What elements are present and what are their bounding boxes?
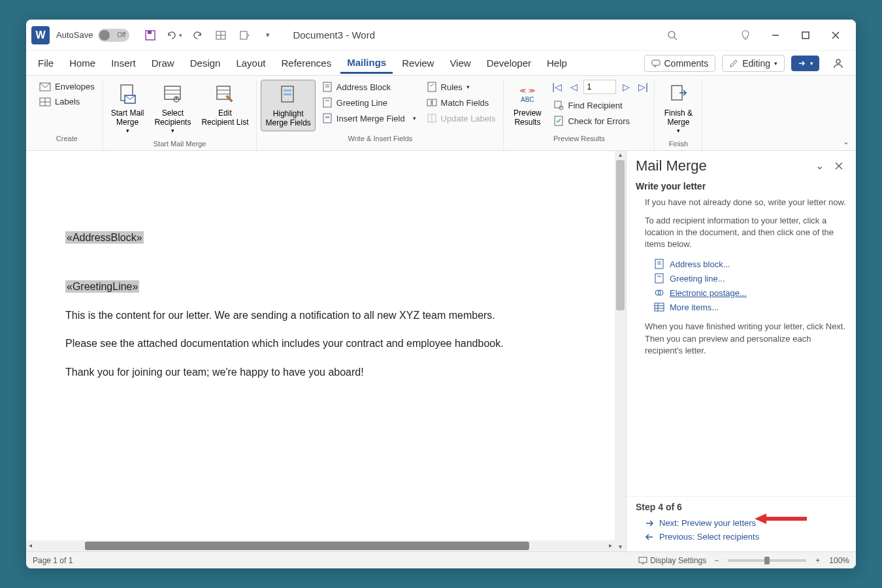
- zoom-out-button[interactable]: −: [714, 556, 719, 565]
- insert-field-icon: [322, 113, 333, 123]
- svg-rect-38: [325, 116, 329, 118]
- svg-rect-39: [428, 82, 436, 91]
- ribbon-tabs: File Home Insert Draw Design Layout Refe…: [26, 51, 856, 76]
- zoom-thumb[interactable]: [764, 557, 770, 564]
- record-number-input[interactable]: [583, 80, 616, 94]
- comments-label: Comments: [664, 58, 709, 69]
- scroll-down-icon[interactable]: ▾: [616, 543, 625, 551]
- tab-help[interactable]: Help: [540, 54, 574, 73]
- svg-text:ABC: ABC: [521, 96, 534, 103]
- tab-draw[interactable]: Draw: [145, 54, 181, 73]
- tab-insert[interactable]: Insert: [105, 54, 142, 73]
- svg-rect-31: [284, 93, 291, 95]
- comments-button[interactable]: Comments: [644, 55, 716, 72]
- table-view-button[interactable]: [210, 24, 232, 46]
- scroll-right-icon[interactable]: ▸: [606, 542, 615, 550]
- select-recipients-button[interactable]: Select Recipients▾: [150, 80, 195, 137]
- rules-button[interactable]: Rules ▾: [423, 80, 500, 94]
- tab-view[interactable]: View: [443, 54, 477, 73]
- page-status[interactable]: Page 1 of 1: [33, 556, 73, 565]
- pane-greeting-link-label: Greeting line...: [670, 274, 725, 284]
- pane-footer: Step 4 of 6 Next: Preview your letters P…: [627, 496, 856, 551]
- svg-point-6: [668, 31, 675, 38]
- scroll-left-icon[interactable]: ◂: [26, 542, 35, 550]
- search-button[interactable]: [657, 30, 687, 41]
- insert-merge-field-button[interactable]: Insert Merge Field ▾: [318, 111, 420, 125]
- share-button[interactable]: ▾: [791, 56, 819, 71]
- maximize-button[interactable]: [791, 20, 821, 51]
- save-button[interactable]: [139, 24, 161, 46]
- chevron-down-icon: ▾: [774, 60, 777, 67]
- redo-button[interactable]: [186, 24, 208, 46]
- highlight-merge-fields-button[interactable]: Highlight Merge Fields: [261, 80, 315, 131]
- tab-layout[interactable]: Layout: [229, 54, 272, 73]
- tab-home[interactable]: Home: [63, 54, 102, 73]
- next-step-link[interactable]: Next: Preview your letters: [636, 516, 847, 530]
- last-record-button[interactable]: ▷|: [636, 80, 650, 94]
- group-finish-label: Finish: [669, 140, 688, 148]
- horizontal-scrollbar[interactable]: ◂ ▸: [26, 540, 615, 551]
- scroll-up-icon[interactable]: ▴: [616, 151, 625, 159]
- start-mail-merge-button[interactable]: Start Mail Merge▾: [107, 80, 148, 137]
- pane-close-button[interactable]: [831, 158, 847, 174]
- paragraph-1[interactable]: This is the content for our letter. We a…: [65, 307, 587, 324]
- finish-merge-button[interactable]: Finish & Merge▾: [659, 80, 698, 137]
- prev-record-button[interactable]: ◁: [566, 80, 581, 94]
- check-errors-button[interactable]: Check for Errors: [549, 114, 650, 128]
- scroll-thumb[interactable]: [616, 160, 625, 310]
- first-record-button[interactable]: |◁: [549, 80, 564, 94]
- svg-marker-67: [755, 514, 766, 524]
- zoom-in-button[interactable]: +: [815, 556, 820, 565]
- greeting-line-button[interactable]: Greeting Line: [318, 95, 420, 110]
- pane-dropdown-button[interactable]: ⌄: [811, 158, 827, 174]
- collapse-ribbon-button[interactable]: ⌄: [843, 137, 849, 146]
- tab-review[interactable]: Review: [395, 54, 440, 73]
- pane-postage-link[interactable]: Electronic postage...: [636, 286, 847, 300]
- close-button[interactable]: [821, 20, 851, 51]
- svg-rect-61: [655, 303, 664, 311]
- match-fields-button[interactable]: Match Fields: [423, 95, 500, 110]
- labels-button[interactable]: Labels: [35, 95, 99, 108]
- paragraph-2[interactable]: Please see the attached documentation wh…: [65, 335, 587, 352]
- find-recipient-button[interactable]: Find Recipient: [549, 98, 650, 112]
- zoom-slider[interactable]: [728, 559, 806, 562]
- previous-step-link[interactable]: Previous: Select recipients: [636, 530, 847, 544]
- edit-recipient-list-button[interactable]: Edit Recipient List: [197, 80, 252, 130]
- insert-merge-label: Insert Merge Field: [336, 114, 405, 123]
- tab-references[interactable]: References: [274, 54, 338, 73]
- undo-button[interactable]: ▾: [163, 24, 185, 46]
- vertical-scrollbar[interactable]: ▴ ▾: [615, 151, 626, 551]
- tell-me-button[interactable]: [730, 30, 760, 41]
- zoom-level[interactable]: 100%: [829, 556, 849, 565]
- envelopes-button[interactable]: Envelopes: [35, 80, 99, 93]
- pane-greeting-line-link[interactable]: Greeting line...: [636, 271, 847, 286]
- svg-rect-1: [148, 31, 152, 34]
- quick-print-button[interactable]: [233, 24, 255, 46]
- merge-field-greeting-line[interactable]: «GreetingLine»: [65, 280, 139, 293]
- rules-label: Rules: [441, 82, 463, 92]
- pane-title: Mail Merge: [636, 157, 808, 174]
- tab-mailings[interactable]: Mailings: [340, 53, 393, 74]
- display-settings-button[interactable]: Display Settings: [638, 556, 706, 565]
- edit-list-label: Edit Recipient List: [201, 108, 248, 127]
- tab-design[interactable]: Design: [184, 54, 227, 73]
- autosave-toggle[interactable]: Off: [98, 29, 129, 42]
- pane-more-items-link[interactable]: More items...: [636, 300, 847, 314]
- paragraph-3[interactable]: Thank you for joining our team; we're ha…: [65, 364, 587, 381]
- arrow-left-icon: [645, 532, 654, 542]
- qat-customize-button[interactable]: ▾: [257, 24, 279, 46]
- ribbon: Envelopes Labels Create Start Mail Merge…: [26, 76, 856, 151]
- merge-field-address-block[interactable]: «AddressBlock»: [65, 231, 144, 244]
- hscroll-thumb[interactable]: [85, 542, 529, 550]
- document-area[interactable]: «AddressBlock» «GreetingLine» This is th…: [26, 151, 626, 551]
- minimize-button[interactable]: [760, 20, 791, 51]
- tab-file[interactable]: File: [31, 54, 60, 73]
- tab-developer[interactable]: Developer: [480, 54, 538, 73]
- account-button[interactable]: [826, 55, 851, 72]
- address-block-button[interactable]: Address Block: [318, 80, 420, 94]
- svg-rect-40: [427, 99, 431, 106]
- editing-mode-button[interactable]: Editing ▾: [722, 55, 785, 72]
- preview-results-button[interactable]: ≪≫ABC Preview Results: [508, 80, 547, 130]
- next-record-button[interactable]: ▷: [619, 80, 633, 94]
- pane-address-block-link[interactable]: Address block...: [636, 257, 847, 271]
